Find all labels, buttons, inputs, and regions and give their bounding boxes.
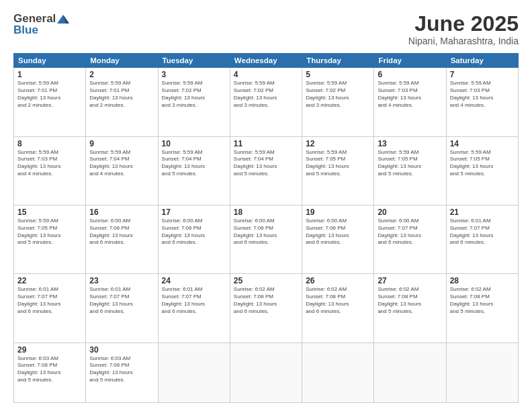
day-number: 11 <box>234 139 298 148</box>
calendar-cell: 24Sunrise: 6:01 AM Sunset: 7:07 PM Dayli… <box>158 274 230 342</box>
day-info: Sunrise: 6:02 AM Sunset: 7:08 PM Dayligh… <box>378 286 442 315</box>
calendar-cell: 19Sunrise: 6:00 AM Sunset: 7:06 PM Dayli… <box>302 205 374 273</box>
logo-blue: Blue <box>13 24 38 37</box>
calendar-cell: 10Sunrise: 5:59 AM Sunset: 7:04 PM Dayli… <box>158 136 230 205</box>
day-info: Sunrise: 6:00 AM Sunset: 7:06 PM Dayligh… <box>89 218 154 246</box>
day-number: 5 <box>306 70 370 79</box>
day-info: Sunrise: 6:01 AM Sunset: 7:07 PM Dayligh… <box>17 286 82 315</box>
calendar-cell <box>374 342 446 402</box>
calendar-cell: 2Sunrise: 5:59 AM Sunset: 7:01 PM Daylig… <box>86 68 158 136</box>
calendar-cell: 8Sunrise: 5:59 AM Sunset: 7:03 PM Daylig… <box>14 136 86 205</box>
calendar-cell: 15Sunrise: 5:59 AM Sunset: 7:05 PM Dayli… <box>14 205 86 273</box>
day-info: Sunrise: 5:59 AM Sunset: 7:05 PM Dayligh… <box>450 149 515 178</box>
calendar-cell: 17Sunrise: 6:00 AM Sunset: 7:06 PM Dayli… <box>158 205 230 273</box>
calendar-title: June 2025 <box>408 12 519 36</box>
weekday-header: Friday <box>374 54 446 68</box>
day-info: Sunrise: 5:59 AM Sunset: 7:02 PM Dayligh… <box>234 80 298 109</box>
calendar-cell: 7Sunrise: 5:59 AM Sunset: 7:03 PM Daylig… <box>446 68 518 136</box>
weekday-header: Thursday <box>302 54 374 68</box>
day-info: Sunrise: 5:59 AM Sunset: 7:01 PM Dayligh… <box>17 80 82 109</box>
day-number: 25 <box>234 276 298 285</box>
day-number: 20 <box>378 208 442 217</box>
day-info: Sunrise: 6:00 AM Sunset: 7:06 PM Dayligh… <box>306 218 370 246</box>
calendar-cell: 28Sunrise: 6:02 AM Sunset: 7:08 PM Dayli… <box>446 274 518 342</box>
calendar-subtitle: Nipani, Maharashtra, India <box>408 36 519 46</box>
calendar-cell: 3Sunrise: 5:59 AM Sunset: 7:02 PM Daylig… <box>158 68 230 136</box>
day-number: 15 <box>17 208 82 217</box>
day-number: 26 <box>306 276 370 285</box>
calendar-cell: 11Sunrise: 5:59 AM Sunset: 7:04 PM Dayli… <box>230 136 302 205</box>
day-number: 10 <box>162 139 226 148</box>
page: General Blue June 2025 Nipani, Maharasht… <box>0 0 532 411</box>
day-info: Sunrise: 5:59 AM Sunset: 7:03 PM Dayligh… <box>17 149 82 178</box>
day-info: Sunrise: 6:02 AM Sunset: 7:08 PM Dayligh… <box>306 286 370 315</box>
calendar-cell: 21Sunrise: 6:01 AM Sunset: 7:07 PM Dayli… <box>446 205 518 273</box>
day-info: Sunrise: 6:01 AM Sunset: 7:07 PM Dayligh… <box>162 286 226 315</box>
weekday-header-row: SundayMondayTuesdayWednesdayThursdayFrid… <box>14 54 519 68</box>
day-info: Sunrise: 6:03 AM Sunset: 7:08 PM Dayligh… <box>17 355 82 384</box>
calendar-cell: 13Sunrise: 5:59 AM Sunset: 7:05 PM Dayli… <box>374 136 446 205</box>
day-number: 28 <box>450 276 515 285</box>
day-number: 27 <box>378 276 442 285</box>
day-number: 1 <box>17 70 82 79</box>
logo: General Blue <box>13 12 71 37</box>
day-number: 2 <box>89 70 154 79</box>
day-info: Sunrise: 6:01 AM Sunset: 7:07 PM Dayligh… <box>450 218 515 246</box>
day-number: 18 <box>234 208 298 217</box>
day-info: Sunrise: 5:59 AM Sunset: 7:05 PM Dayligh… <box>306 149 370 178</box>
day-number: 14 <box>450 139 515 148</box>
day-number: 8 <box>17 139 82 148</box>
day-number: 4 <box>234 70 298 79</box>
calendar-cell: 29Sunrise: 6:03 AM Sunset: 7:08 PM Dayli… <box>14 342 86 402</box>
weekday-header: Wednesday <box>230 54 302 68</box>
calendar-cell: 16Sunrise: 6:00 AM Sunset: 7:06 PM Dayli… <box>86 205 158 273</box>
calendar-table: SundayMondayTuesdayWednesdayThursdayFrid… <box>13 53 519 403</box>
day-info: Sunrise: 6:00 AM Sunset: 7:06 PM Dayligh… <box>162 218 226 246</box>
calendar-cell: 18Sunrise: 6:00 AM Sunset: 7:06 PM Dayli… <box>230 205 302 273</box>
calendar-cell: 27Sunrise: 6:02 AM Sunset: 7:08 PM Dayli… <box>374 274 446 342</box>
day-number: 30 <box>89 345 154 355</box>
calendar-cell: 9Sunrise: 5:59 AM Sunset: 7:04 PM Daylig… <box>86 136 158 205</box>
day-info: Sunrise: 5:59 AM Sunset: 7:05 PM Dayligh… <box>378 149 442 178</box>
calendar-cell: 22Sunrise: 6:01 AM Sunset: 7:07 PM Dayli… <box>14 274 86 342</box>
weekday-header: Saturday <box>446 54 518 68</box>
day-number: 12 <box>306 139 370 148</box>
calendar-cell: 12Sunrise: 5:59 AM Sunset: 7:05 PM Dayli… <box>302 136 374 205</box>
day-number: 29 <box>17 345 82 355</box>
day-info: Sunrise: 5:59 AM Sunset: 7:01 PM Dayligh… <box>89 80 154 109</box>
calendar-cell: 1Sunrise: 5:59 AM Sunset: 7:01 PM Daylig… <box>14 68 86 136</box>
day-number: 7 <box>450 70 515 79</box>
day-info: Sunrise: 6:00 AM Sunset: 7:07 PM Dayligh… <box>378 218 442 246</box>
calendar-cell: 20Sunrise: 6:00 AM Sunset: 7:07 PM Dayli… <box>374 205 446 273</box>
calendar-cell: 26Sunrise: 6:02 AM Sunset: 7:08 PM Dayli… <box>302 274 374 342</box>
day-info: Sunrise: 5:59 AM Sunset: 7:04 PM Dayligh… <box>234 149 298 178</box>
day-number: 9 <box>89 139 154 148</box>
day-number: 13 <box>378 139 442 148</box>
day-number: 24 <box>162 276 226 285</box>
day-info: Sunrise: 6:03 AM Sunset: 7:08 PM Dayligh… <box>89 355 154 384</box>
header: General Blue June 2025 Nipani, Maharasht… <box>13 12 519 46</box>
title-block: June 2025 Nipani, Maharashtra, India <box>408 12 519 46</box>
day-info: Sunrise: 5:59 AM Sunset: 7:03 PM Dayligh… <box>378 80 442 109</box>
calendar-cell <box>230 342 302 402</box>
logo-icon <box>56 14 70 24</box>
day-info: Sunrise: 6:02 AM Sunset: 7:08 PM Dayligh… <box>450 286 515 315</box>
day-number: 21 <box>450 208 515 217</box>
calendar-cell: 6Sunrise: 5:59 AM Sunset: 7:03 PM Daylig… <box>374 68 446 136</box>
day-info: Sunrise: 6:02 AM Sunset: 7:08 PM Dayligh… <box>234 286 298 315</box>
calendar-cell: 14Sunrise: 5:59 AM Sunset: 7:05 PM Dayli… <box>446 136 518 205</box>
day-info: Sunrise: 5:59 AM Sunset: 7:02 PM Dayligh… <box>306 80 370 109</box>
day-info: Sunrise: 5:59 AM Sunset: 7:04 PM Dayligh… <box>89 149 154 178</box>
weekday-header: Tuesday <box>158 54 230 68</box>
calendar-cell: 5Sunrise: 5:59 AM Sunset: 7:02 PM Daylig… <box>302 68 374 136</box>
calendar-cell: 30Sunrise: 6:03 AM Sunset: 7:08 PM Dayli… <box>86 342 158 402</box>
calendar-cell <box>302 342 374 402</box>
calendar-cell <box>446 342 518 402</box>
calendar-cell: 25Sunrise: 6:02 AM Sunset: 7:08 PM Dayli… <box>230 274 302 342</box>
day-number: 23 <box>89 276 154 285</box>
day-info: Sunrise: 6:00 AM Sunset: 7:06 PM Dayligh… <box>234 218 298 246</box>
day-number: 16 <box>89 208 154 217</box>
day-number: 6 <box>378 70 442 79</box>
weekday-header: Monday <box>86 54 158 68</box>
day-info: Sunrise: 6:01 AM Sunset: 7:07 PM Dayligh… <box>89 286 154 315</box>
